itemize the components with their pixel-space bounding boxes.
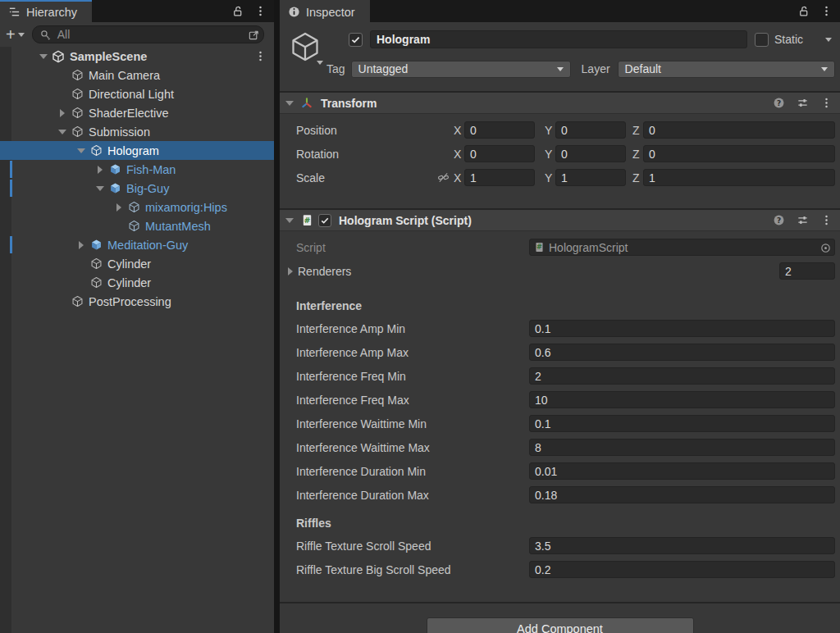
hierarchy-icon [7, 6, 21, 19]
tree-item-label: Cylinder [107, 257, 151, 271]
static-dropdown-arrow[interactable] [825, 38, 832, 42]
expand-arrow-icon[interactable] [94, 164, 106, 175]
static-checkbox[interactable] [755, 33, 769, 47]
layer-dropdown[interactable]: Default [618, 61, 835, 78]
expand-arrow-icon[interactable] [284, 98, 295, 109]
cube-icon [89, 144, 103, 157]
position-z-input[interactable] [643, 121, 835, 139]
expand-arrow-icon[interactable] [94, 183, 106, 194]
search-placeholder: All [57, 28, 247, 41]
renderers-count-input[interactable] [779, 262, 835, 280]
object-picker-icon[interactable] [819, 241, 832, 254]
interference-duration-max-input[interactable] [529, 486, 835, 503]
interference-waittime-max-input[interactable] [529, 439, 835, 456]
rotation-y-input[interactable] [555, 145, 626, 162]
expand-arrow-icon[interactable] [57, 126, 68, 138]
script-icon: # [534, 242, 545, 253]
axis-label-y: Y [545, 148, 555, 161]
tree-item-mixamorig-hips[interactable]: mixamorig:Hips [0, 198, 274, 216]
tree-item-fish-man[interactable]: Fish-Man [0, 160, 274, 179]
riffle-texture-scroll-speed-input[interactable] [529, 537, 835, 554]
help-icon[interactable]: ? [772, 214, 785, 227]
add-component-button[interactable]: Add Component [427, 617, 694, 633]
script-field-row: Script # HologramScript [280, 239, 835, 256]
tree-item-cylinder[interactable]: Cylinder [0, 273, 274, 292]
tree-item-cylinder[interactable]: Cylinder [0, 254, 274, 273]
tab-inspector[interactable]: Inspector [280, 0, 370, 22]
active-checkbox[interactable] [349, 33, 363, 47]
create-object-button[interactable]: + [6, 28, 25, 41]
open-search-window-icon[interactable] [247, 28, 260, 41]
axis-label-x: X [454, 148, 464, 161]
help-icon[interactable]: ? [772, 97, 785, 110]
lock-icon[interactable] [231, 5, 244, 18]
tree-item-directional-light[interactable]: Directional Light [0, 84, 274, 103]
expand-arrow-icon[interactable] [285, 266, 296, 277]
inspector-panel: Inspector S [280, 0, 840, 633]
scale-x-input[interactable] [464, 169, 535, 186]
riffle-texture-big-scroll-speed-input[interactable] [529, 561, 835, 578]
expand-arrow-icon[interactable] [75, 239, 87, 251]
component-enabled-checkbox[interactable] [318, 214, 331, 227]
expand-arrow-icon[interactable] [113, 202, 125, 213]
expand-arrow-icon [75, 258, 87, 270]
field-row-interference-duration-min: Interference Duration Min [280, 462, 835, 480]
tree-item-submission[interactable]: Submission [0, 122, 274, 141]
rotation-x-input[interactable] [464, 145, 535, 162]
tree-item-meditation-guy[interactable]: Meditation-Guy [0, 235, 274, 254]
link-scale-icon[interactable] [437, 171, 454, 184]
component-title: Transform [321, 97, 377, 110]
presets-icon[interactable] [796, 97, 809, 110]
expand-arrow-icon[interactable] [38, 51, 49, 62]
tree-item-label: Meditation-Guy [107, 239, 188, 252]
lock-icon[interactable] [797, 5, 810, 18]
tag-dropdown[interactable]: Untagged [351, 61, 571, 78]
kebab-menu-icon[interactable] [819, 97, 833, 110]
transform-header[interactable]: Transform ? [280, 93, 840, 114]
position-x-input[interactable] [464, 121, 535, 139]
interference-amp-min-input[interactable] [529, 320, 835, 337]
tree-item-postprocessing[interactable]: PostProcessing [0, 292, 274, 311]
scale-z-input[interactable] [643, 169, 835, 186]
field-label: Interference Freq Max [280, 394, 529, 407]
field-label: Interference Amp Max [280, 346, 529, 359]
tab-hierarchy[interactable]: Hierarchy [0, 0, 92, 22]
interference-amp-max-input[interactable] [529, 344, 835, 361]
inspector-tabstrip: Inspector [280, 0, 840, 22]
kebab-menu-icon[interactable] [253, 5, 267, 18]
expand-arrow-icon[interactable] [57, 107, 68, 119]
position-y-input[interactable] [555, 121, 626, 139]
tree-item-hologram[interactable]: Hologram [0, 141, 274, 160]
script-component-header[interactable]: # Hologram Script (Script) ? [280, 210, 840, 231]
panel-divider[interactable] [274, 0, 280, 633]
expand-arrow-icon[interactable] [75, 145, 87, 157]
kebab-menu-icon[interactable] [253, 50, 267, 63]
kebab-menu-icon[interactable] [819, 214, 833, 227]
scale-y-input[interactable] [555, 169, 626, 186]
interference-freq-max-input[interactable] [529, 391, 835, 408]
kebab-menu-icon[interactable] [819, 5, 833, 18]
name-input[interactable] [370, 30, 747, 48]
hierarchy-panel: Hierarchy + All [0, 0, 274, 633]
search-input[interactable]: All [32, 25, 264, 43]
axis-label-y: Y [545, 124, 555, 137]
tree-item-samplescene[interactable]: SampleScene [0, 47, 274, 66]
tree-item-mutantmesh[interactable]: MutantMesh [0, 216, 274, 235]
expand-arrow-icon[interactable] [284, 215, 295, 226]
renderers-row[interactable]: Renderers [280, 262, 835, 280]
plus-icon: + [6, 28, 16, 41]
hierarchy-tree: SampleSceneMain CameraDirectional LightS… [0, 47, 274, 633]
script-object-field[interactable]: # HologramScript [529, 239, 835, 256]
tree-item-shaderelective[interactable]: ShaderElective [0, 103, 274, 122]
interference-freq-min-input[interactable] [529, 367, 835, 385]
section-heading-riffles: Riffles [280, 517, 840, 530]
axis-label-y: Y [545, 171, 555, 184]
interference-duration-min-input[interactable] [529, 462, 835, 480]
prefab-override-bar [10, 236, 12, 253]
tree-item-main-camera[interactable]: Main Camera [0, 66, 274, 84]
interference-waittime-min-input[interactable] [529, 415, 835, 432]
chevron-down-icon [821, 67, 828, 71]
rotation-z-input[interactable] [643, 145, 835, 162]
tree-item-big-guy[interactable]: Big-Guy [0, 179, 274, 198]
presets-icon[interactable] [796, 214, 809, 227]
